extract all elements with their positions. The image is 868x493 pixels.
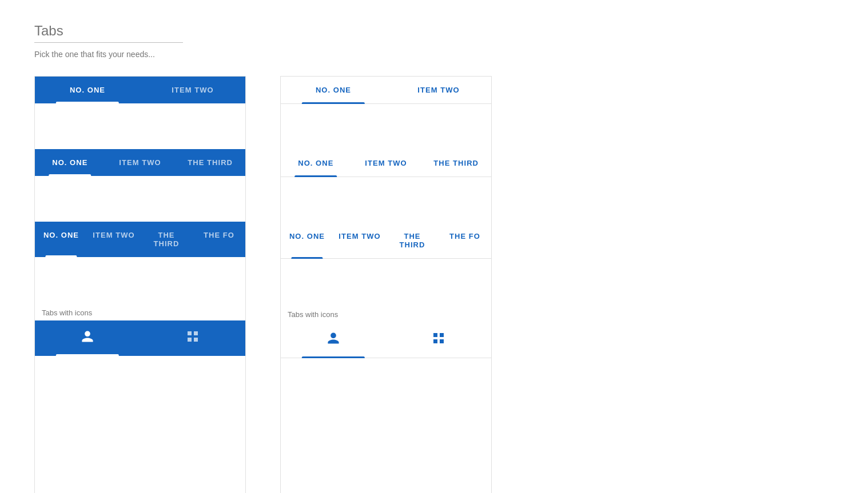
demo-card-filled: NO. ONE ITEM TWO NO. ONE ITEM TWO THE TH… — [34, 76, 246, 493]
page-subtitle: Pick the one that fits your needs... — [34, 50, 834, 59]
tab-person-outlined[interactable] — [281, 322, 386, 358]
section-label-filled-icons: Tabs with icons — [35, 303, 245, 320]
tab-no-one[interactable]: NO. ONE — [35, 77, 140, 103]
tab-content-outlined-2 — [281, 104, 491, 150]
grid-icon-out — [391, 331, 487, 348]
tab-content-outlined-3 — [281, 177, 491, 223]
demo-card-outlined: NO. ONE ITEM TWO NO. ONE ITEM TWO THE TH… — [280, 76, 492, 493]
tab-item-two[interactable]: ITEM TWO — [140, 77, 245, 103]
tab-content-outlined-4 — [281, 259, 491, 304]
page-title: Tabs — [34, 23, 834, 39]
tab-bar-outlined-4: NO. ONE ITEM TWO THE THIRD THE FO — [281, 223, 491, 259]
title-divider — [34, 42, 183, 43]
tab-the-fo-4[interactable]: THE FO — [193, 222, 245, 257]
icon-tab-content-filled — [35, 356, 245, 493]
tab-person-filled[interactable] — [35, 320, 140, 356]
tab-content-filled-3 — [35, 176, 245, 222]
tab-the-third-out-3[interactable]: THE THIRD — [421, 150, 491, 177]
tab-bar-outlined-3: NO. ONE ITEM TWO THE THIRD — [281, 150, 491, 177]
tab-bar-outlined-2: NO. ONE ITEM TWO — [281, 77, 491, 104]
tab-the-third-4[interactable]: THE THIRD — [140, 222, 193, 257]
person-icon — [39, 330, 136, 347]
tab-no-one-out[interactable]: NO. ONE — [281, 77, 386, 103]
tab-bar-outlined-icons — [281, 322, 491, 358]
tab-item-two-4[interactable]: ITEM TWO — [87, 222, 140, 257]
tab-bar-filled-2: NO. ONE ITEM TWO — [35, 77, 245, 103]
grid-icon — [145, 330, 241, 347]
tab-item-two-out-4[interactable]: ITEM TWO — [333, 223, 386, 258]
section-label-outlined-icons: Tabs with icons — [281, 304, 491, 322]
tab-bar-filled-4: NO. ONE ITEM TWO THE THIRD THE FO — [35, 222, 245, 257]
tab-no-one-3[interactable]: NO. ONE — [35, 149, 105, 176]
tab-the-third-out-4[interactable]: THE THIRD — [386, 223, 439, 258]
tab-content-filled-4 — [35, 257, 245, 303]
tab-the-fo-out-4[interactable]: THE FO — [439, 223, 491, 258]
person-icon-out — [285, 331, 381, 348]
tab-bar-filled-icons — [35, 320, 245, 356]
tab-grid-outlined[interactable] — [386, 322, 491, 358]
tab-item-two-out-3[interactable]: ITEM TWO — [351, 150, 421, 177]
tab-no-one-4[interactable]: NO. ONE — [35, 222, 87, 257]
tab-the-third-3[interactable]: THE THIRD — [175, 149, 245, 176]
tab-no-one-out-4[interactable]: NO. ONE — [281, 223, 333, 258]
tab-bar-filled-3: NO. ONE ITEM TWO THE THIRD — [35, 149, 245, 176]
tab-no-one-out-3[interactable]: NO. ONE — [281, 150, 351, 177]
tab-grid-filled[interactable] — [140, 320, 245, 356]
tab-content-filled-2 — [35, 103, 245, 149]
icon-tab-content-outlined — [281, 358, 491, 493]
tab-item-two-3[interactable]: ITEM TWO — [105, 149, 176, 176]
demos-row: NO. ONE ITEM TWO NO. ONE ITEM TWO THE TH… — [34, 76, 834, 493]
tab-item-two-out[interactable]: ITEM TWO — [386, 77, 491, 103]
